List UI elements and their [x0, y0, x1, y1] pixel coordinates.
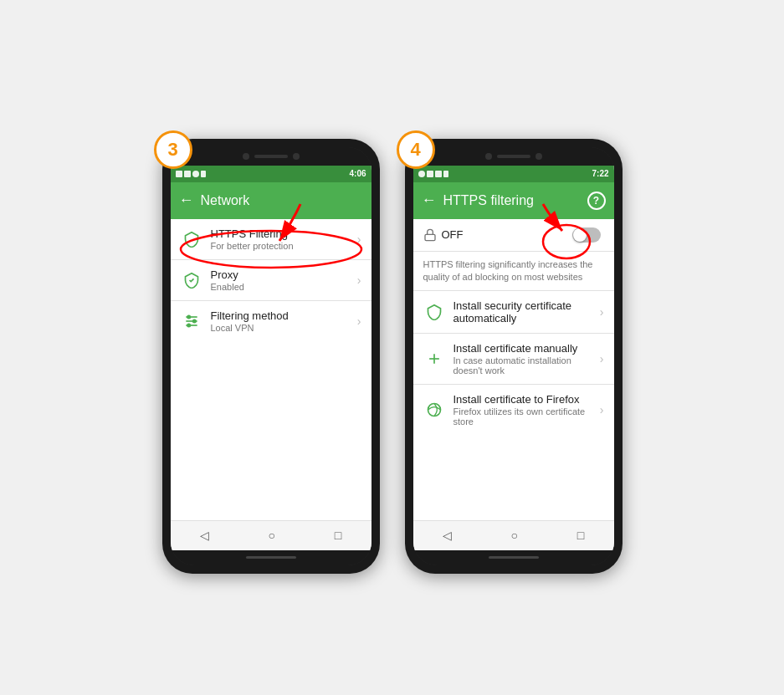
- status-time-3: 4:06: [349, 169, 366, 178]
- camera-dot-4: [485, 153, 492, 160]
- status-icons-left: [176, 171, 206, 177]
- camera-dot-4b: [535, 153, 542, 160]
- phone-4-screen: 7:22 ← HTTPS filtering ?: [413, 166, 614, 550]
- install-manual-icon: [423, 348, 445, 370]
- phone-3-screen: 4:06 ← Network: [171, 166, 372, 550]
- https-filtering-subtitle: For better protection: [211, 241, 357, 251]
- lock-icon: [423, 228, 437, 242]
- camera-dot: [243, 153, 249, 160]
- status-icon-4: [201, 171, 206, 177]
- appbar-4: ← HTTPS filtering ?: [413, 182, 614, 219]
- phone-3-topbar: [171, 147, 372, 166]
- proxy-text: Proxy Enabled: [211, 268, 357, 292]
- appbar-title-4: HTTPS filtering: [443, 193, 581, 208]
- svg-point-5: [187, 324, 190, 326]
- step-4-badge: 4: [397, 130, 435, 169]
- filtering-method-item[interactable]: Filtering method Local VPN ›: [171, 301, 372, 341]
- status-icons-left-4: [418, 171, 448, 177]
- speaker-bar-4: [497, 155, 530, 158]
- status-icon-4d: [443, 171, 448, 177]
- appbar-3: ← Network: [171, 182, 372, 219]
- install-firefox-arrow: ›: [600, 403, 604, 416]
- status-time-4: 7:22: [592, 169, 608, 178]
- https-filtering-item[interactable]: HTTPS Filtering For better protection ›: [171, 219, 372, 260]
- status-icon-1: [176, 171, 182, 177]
- svg-point-3: [187, 315, 190, 318]
- back-button-3[interactable]: ←: [179, 192, 194, 209]
- camera-dot-2: [293, 153, 300, 160]
- help-button-4[interactable]: ?: [587, 192, 606, 210]
- svg-rect-8: [425, 234, 435, 240]
- toggle-switch[interactable]: [572, 227, 601, 243]
- phone-3-bottom: [171, 550, 372, 565]
- install-manual-text: Install certificate manually In case aut…: [453, 342, 600, 376]
- nav-recent-4[interactable]: □: [577, 529, 584, 542]
- settings-list-3: HTTPS Filtering For better protection ›: [171, 219, 372, 520]
- home-indicator-4: [489, 556, 539, 559]
- nav-home-3[interactable]: ○: [269, 529, 275, 542]
- off-text: OFF: [442, 228, 464, 241]
- install-firefox-item[interactable]: Install certificate to Firefox Firefox u…: [413, 385, 614, 435]
- install-auto-arrow: ›: [600, 305, 604, 319]
- install-auto-icon: [423, 301, 445, 323]
- off-label: OFF: [423, 228, 464, 242]
- svg-point-11: [428, 404, 440, 416]
- proxy-arrow: ›: [357, 273, 361, 287]
- toggle-knob: [573, 228, 587, 242]
- phone-3: 4:06 ← Network: [162, 139, 380, 574]
- status-icon-4b: [427, 171, 433, 177]
- speaker-bar: [254, 155, 288, 158]
- https-info-text: HTTPS filtering significantly increases …: [413, 252, 614, 292]
- install-manual-arrow: ›: [600, 352, 604, 365]
- scene: 3: [162, 122, 623, 574]
- svg-point-4: [192, 319, 195, 322]
- off-toggle-row: OFF: [413, 219, 614, 252]
- bottom-nav-4: ◁ ○ □: [413, 520, 614, 550]
- phone-4-container: 4: [405, 139, 623, 574]
- proxy-title: Proxy: [211, 268, 357, 281]
- install-auto-item[interactable]: Install security certificate automatical…: [413, 291, 614, 334]
- https-filtering-title: HTTPS Filtering: [211, 227, 357, 240]
- filtering-method-title: Filtering method: [211, 309, 357, 322]
- status-icon-2: [184, 171, 191, 177]
- settings-list-4: OFF HTTPS filtering significantly increa…: [413, 219, 614, 520]
- status-icon-4c: [435, 171, 442, 177]
- phone-4: 7:22 ← HTTPS filtering ?: [405, 139, 623, 574]
- nav-recent-3[interactable]: □: [335, 529, 341, 542]
- install-firefox-title: Install certificate to Firefox: [453, 393, 600, 406]
- install-auto-title: Install security certificate automatical…: [453, 299, 600, 325]
- home-indicator-3: [246, 556, 296, 559]
- filtering-method-text: Filtering method Local VPN: [211, 309, 357, 333]
- filtering-method-arrow: ›: [357, 314, 361, 328]
- phone-4-topbar: [413, 147, 614, 166]
- filtering-method-icon: [181, 310, 202, 332]
- help-icon-4: ?: [593, 195, 599, 207]
- https-filtering-text: HTTPS Filtering For better protection: [211, 227, 357, 251]
- status-icon-3: [192, 171, 199, 177]
- step-3-badge: 3: [154, 130, 192, 169]
- install-firefox-subtitle: Firefox utilizes its own certificate sto…: [453, 406, 600, 427]
- install-firefox-icon: [423, 399, 445, 421]
- filtering-method-subtitle: Local VPN: [211, 323, 357, 333]
- bottom-nav-3: ◁ ○ □: [171, 520, 372, 550]
- install-manual-title: Install certificate manually: [453, 342, 600, 355]
- install-auto-text: Install security certificate automatical…: [453, 299, 600, 325]
- install-firefox-text: Install certificate to Firefox Firefox u…: [453, 393, 600, 427]
- status-bar-4: 7:22: [413, 166, 614, 182]
- phone-4-bottom: [413, 550, 614, 565]
- status-bar-3: 4:06: [171, 166, 372, 182]
- https-filtering-arrow: ›: [357, 233, 361, 246]
- install-manual-item[interactable]: Install certificate manually In case aut…: [413, 334, 614, 385]
- proxy-icon: [181, 269, 202, 291]
- proxy-item[interactable]: Proxy Enabled ›: [171, 260, 372, 301]
- phone-3-container: 3: [162, 139, 380, 574]
- install-manual-subtitle: In case automatic installation doesn't w…: [453, 355, 600, 376]
- nav-back-3[interactable]: ◁: [200, 529, 209, 542]
- phone-4-inner: 7:22 ← HTTPS filtering ?: [413, 147, 614, 565]
- back-button-4[interactable]: ←: [422, 192, 437, 209]
- nav-back-4[interactable]: ◁: [443, 529, 452, 542]
- status-icon-4a: [418, 171, 425, 177]
- nav-home-4[interactable]: ○: [511, 529, 518, 542]
- appbar-title-3: Network: [201, 193, 363, 208]
- phone-3-inner: 4:06 ← Network: [171, 147, 372, 565]
